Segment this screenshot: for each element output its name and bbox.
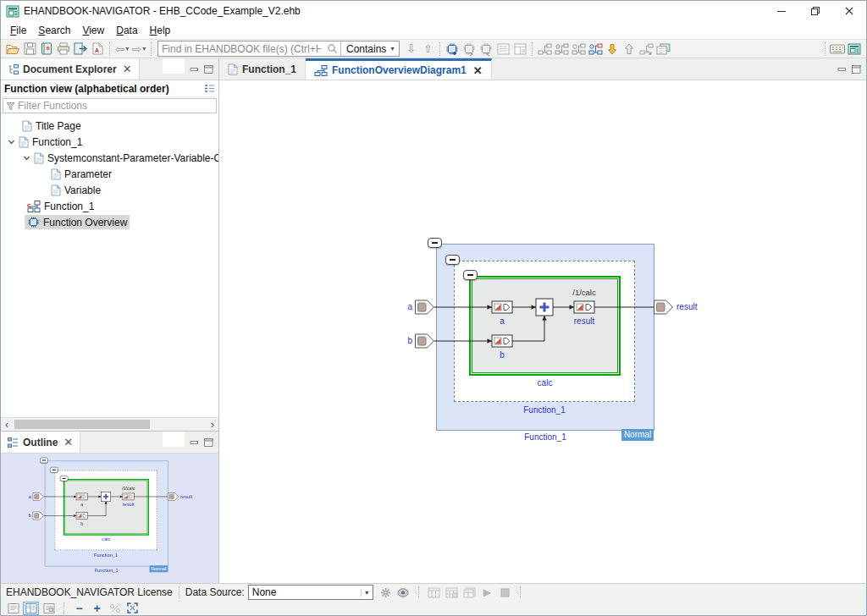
tree-item-parameter[interactable]: Parameter <box>1 166 218 182</box>
zoom-in-icon[interactable]: + <box>90 601 104 615</box>
list-view-icon[interactable] <box>495 41 511 58</box>
tab-function-overview-diagram[interactable]: FunctionOverviewDiagram1 ✕ <box>306 58 492 80</box>
input-port-b[interactable] <box>416 334 434 348</box>
minimize-panel-icon[interactable] <box>190 65 199 74</box>
keyboard-icon[interactable] <box>830 41 845 58</box>
find-previous-up-icon[interactable]: ⇧ <box>420 41 435 58</box>
maximize-panel-icon[interactable] <box>204 438 213 447</box>
restore-window-button[interactable] <box>798 1 832 21</box>
tab-outline[interactable]: Outline ✕ <box>1 432 80 453</box>
find-next-down-icon[interactable]: ⇩ <box>403 41 418 58</box>
tree-item-function-1-diagram[interactable]: c Function_1 <box>1 198 218 214</box>
menu-view[interactable]: View <box>76 23 110 38</box>
collapse-process-button[interactable] <box>445 255 460 265</box>
report-view-icon[interactable] <box>512 41 527 58</box>
explorer-horizontal-scrollbar[interactable]: ‹ › <box>1 417 218 431</box>
nav-back-icon[interactable]: ⇦▾ <box>114 41 130 58</box>
chevron-expanded-icon[interactable] <box>6 138 16 146</box>
input-port-a[interactable] <box>416 300 434 314</box>
diagram-canvas[interactable]: a b result /1/calc a b result calc Funct… <box>219 80 866 583</box>
maximize-panel-icon[interactable] <box>204 65 213 74</box>
collapse-outer-button[interactable] <box>40 458 48 464</box>
match-mode-dropdown[interactable]: Contains▾ <box>341 41 399 56</box>
signal-block-a[interactable] <box>492 301 512 313</box>
nodes-colored-icon[interactable] <box>588 41 603 58</box>
menu-search[interactable]: Search <box>32 23 76 38</box>
data-source-combobox[interactable]: None ▾ <box>248 585 373 600</box>
close-tab-icon[interactable]: ✕ <box>64 436 73 448</box>
print-icon[interactable] <box>56 41 71 58</box>
export-pdf-icon[interactable]: A <box>90 41 105 58</box>
close-tab-icon[interactable]: ✕ <box>473 64 483 77</box>
folder-open-icon[interactable] <box>5 41 20 58</box>
input-port-a[interactable] <box>33 492 43 500</box>
zoom-out-icon[interactable]: − <box>72 601 86 615</box>
chip-back-icon[interactable] <box>478 41 494 58</box>
menu-data[interactable]: Data <box>110 23 143 38</box>
copy-view-icon[interactable] <box>655 41 671 58</box>
scroll-right-icon[interactable]: › <box>207 418 218 431</box>
collapse-calc-button[interactable] <box>463 270 478 280</box>
play-icon[interactable]: ▶ <box>480 586 494 600</box>
chevron-expanded-icon[interactable] <box>21 154 31 162</box>
menu-help[interactable]: Help <box>144 23 177 38</box>
page-split-view-icon[interactable] <box>23 602 39 615</box>
table-2-icon[interactable] <box>445 586 459 600</box>
nodes-1-icon[interactable] <box>537 41 552 58</box>
signal-block-b[interactable] <box>76 513 88 520</box>
tree-item-function-1[interactable]: Function_1 <box>1 134 218 150</box>
scroll-left-icon[interactable]: ‹ <box>1 418 13 431</box>
signal-block-b[interactable] <box>492 335 512 347</box>
menu-file[interactable]: File <box>4 23 32 38</box>
collapse-process-button[interactable] <box>50 467 58 473</box>
minimize-window-button[interactable] <box>765 1 798 21</box>
signal-block-a[interactable] <box>76 493 88 500</box>
input-port-b[interactable] <box>33 512 43 520</box>
tree-item-function-overview[interactable]: Function Overview <box>1 214 218 230</box>
gear-icon[interactable] <box>378 586 393 600</box>
output-port-result[interactable] <box>654 300 673 314</box>
outline-canvas[interactable]: a b result /1/calc a b result calc Funct… <box>1 454 218 583</box>
upload-gray-icon[interactable] <box>621 41 637 58</box>
filter-functions-input[interactable] <box>18 100 213 112</box>
sum-block[interactable] <box>536 299 553 316</box>
tree-item-title-page[interactable]: Title Page <box>1 118 218 134</box>
nodes-3-icon[interactable] <box>571 41 586 58</box>
stop-icon[interactable] <box>498 586 512 600</box>
tab-document-explorer[interactable]: Document Explorer ✕ <box>1 58 140 80</box>
tab-function-1[interactable]: Function_1 <box>219 58 306 80</box>
save-icon[interactable] <box>22 41 37 58</box>
minimize-panel-icon[interactable] <box>190 438 199 447</box>
signal-block-result[interactable] <box>574 301 594 313</box>
table-1-icon[interactable] <box>427 586 441 600</box>
view-menu-icon[interactable] <box>204 84 215 93</box>
chip-add-icon[interactable] <box>445 41 460 58</box>
close-tab-icon[interactable]: ✕ <box>123 63 132 75</box>
page-image-view-icon[interactable] <box>41 602 57 615</box>
nav-forward-icon[interactable]: ⇨▾ <box>131 41 146 58</box>
output-port-result[interactable] <box>168 492 178 500</box>
scrollbar-thumb[interactable] <box>14 420 150 429</box>
nodes-2-icon[interactable] <box>554 41 569 58</box>
signal-block-result[interactable] <box>123 493 135 500</box>
maximize-panel-icon[interactable] <box>852 65 861 74</box>
sum-block[interactable] <box>101 492 110 501</box>
download-yellow-icon[interactable] <box>605 41 620 58</box>
chip-forward-icon[interactable] <box>461 41 477 58</box>
zoom-percent-icon[interactable] <box>108 601 122 615</box>
handbook-icon[interactable] <box>39 41 54 58</box>
tree-item-variable[interactable]: Variable <box>1 182 218 198</box>
collapse-outer-button[interactable] <box>428 238 442 248</box>
close-window-button[interactable] <box>832 1 866 21</box>
collapse-calc-button[interactable] <box>60 476 69 481</box>
tree-item-systemconstant[interactable]: Systemconstant-Parameter-Variable-Cha <box>1 150 218 166</box>
table-3-icon[interactable] <box>462 586 477 600</box>
app-window-icon[interactable] <box>847 41 862 58</box>
find-input[interactable] <box>158 41 324 56</box>
visualization-icon[interactable] <box>396 586 411 600</box>
minimize-panel-icon[interactable] <box>837 65 847 74</box>
nodes-export-icon[interactable] <box>638 41 654 58</box>
export-icon[interactable] <box>73 41 88 58</box>
fit-to-view-icon[interactable] <box>125 601 140 615</box>
page-text-view-icon[interactable] <box>5 602 21 615</box>
